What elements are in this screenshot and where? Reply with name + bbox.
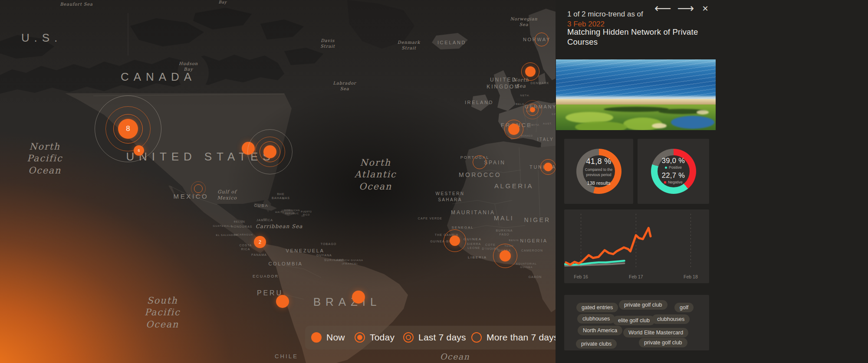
marker-dot [530,107,535,112]
tag-pill[interactable]: gated entries [576,303,618,312]
map-legend: NowTodayLast 7 daysMore than 7 days ago [305,326,564,350]
orange-glow-overlay [0,0,564,363]
close-icon[interactable]: ✕ [702,5,708,13]
sentiment-donut-center: 39,0 % Positive 22,7 % Negative [658,155,690,187]
trend-hero-image [556,59,716,130]
tag-pill[interactable]: private golf club [639,338,687,347]
marker-dot [352,291,365,304]
marker-dot [500,250,511,262]
panel-nav: ⟵ ⟶ ✕ [654,3,709,14]
positive-percent: 39,0 % [662,157,685,165]
x-tick-label: Feb 18 [684,274,698,279]
marker-ring [191,181,206,196]
results-caption: Compared to the previous period [584,167,614,177]
legend-filled-icon [311,332,322,343]
hero-bunker [652,123,667,128]
marker-dot [544,163,552,171]
negative-square-icon [664,181,666,183]
marker-dot: 6 [134,145,144,156]
marker-dot: 8 [118,119,138,139]
marker-ring [473,155,487,169]
positive-dot-icon [665,167,667,169]
results-donut-center: 41,8 % Compared to the previous period 1… [583,155,615,187]
sentiment-donut-card: 39,0 % Positive 22,7 % Negative [638,139,709,204]
legend-double-ring-icon [403,332,414,343]
positive-label: Positive [665,165,682,170]
legend-icon-inner [406,335,411,340]
next-arrow-icon[interactable]: ⟶ [677,3,694,14]
tag-pill[interactable]: clubhouses [652,314,690,324]
marker-dot [450,235,460,246]
trend-line-card: Feb 16Feb 17Feb 18 [564,209,709,283]
tag-pill[interactable]: private clubs [576,339,617,349]
legend-item: Last 7 days [403,332,466,343]
app-window: Beaufort SeaBayDavis StraitDenmark Strai… [0,0,868,363]
detail-panel: 1 of 2 micro-trend as of 3 Feb 2022 ⟵ ⟶ … [556,0,868,363]
tags-card: gated entriesprivate golf clubgolfclubho… [564,295,709,350]
tag-pill[interactable]: golf [674,303,694,312]
x-tick-label: Feb 17 [629,274,643,279]
marker-dot [276,295,289,308]
results-donut-card: 41,8 % Compared to the previous period 1… [564,139,633,204]
tag-pill[interactable]: clubhouses [577,314,615,324]
results-count: 138 results [587,180,611,186]
marker-ring [535,33,549,46]
hero-fairway [575,121,627,130]
world-map[interactable]: Beaufort SeaBayDavis StraitDenmark Strai… [0,0,564,363]
prev-arrow-icon[interactable]: ⟵ [654,3,671,14]
legend-label: Last 7 days [418,332,466,343]
legend-item: Today [355,332,395,343]
legend-ring-filled-icon [355,332,365,343]
x-tick-label: Feb 16 [574,274,588,279]
legend-icon-inner [357,335,362,340]
marker-dot [263,145,276,158]
legend-label: Today [370,332,395,343]
marker-dot: 2 [254,236,266,248]
trend-title: Matching Hidden Network of Private Cours… [567,27,719,47]
tag-pill[interactable]: private golf club [619,300,667,310]
tag-pill[interactable]: World Elite Mastercard [623,328,688,337]
tag-pill[interactable]: elite golf club [613,316,655,325]
negative-label: Negative [664,180,683,184]
legend-outline-icon [471,332,482,343]
hero-waves [556,59,716,99]
marker-dot [508,124,519,135]
trend-chart-svg: Feb 16Feb 17Feb 18 [564,209,709,283]
series-trend [566,228,651,265]
legend-item: Now [311,332,345,343]
marker-dot [525,66,536,77]
tag-pill[interactable]: North America [578,326,622,335]
negative-percent: 22,7 % [662,171,685,180]
results-percent: 41,8 % [586,157,611,166]
legend-label: Now [326,332,345,343]
